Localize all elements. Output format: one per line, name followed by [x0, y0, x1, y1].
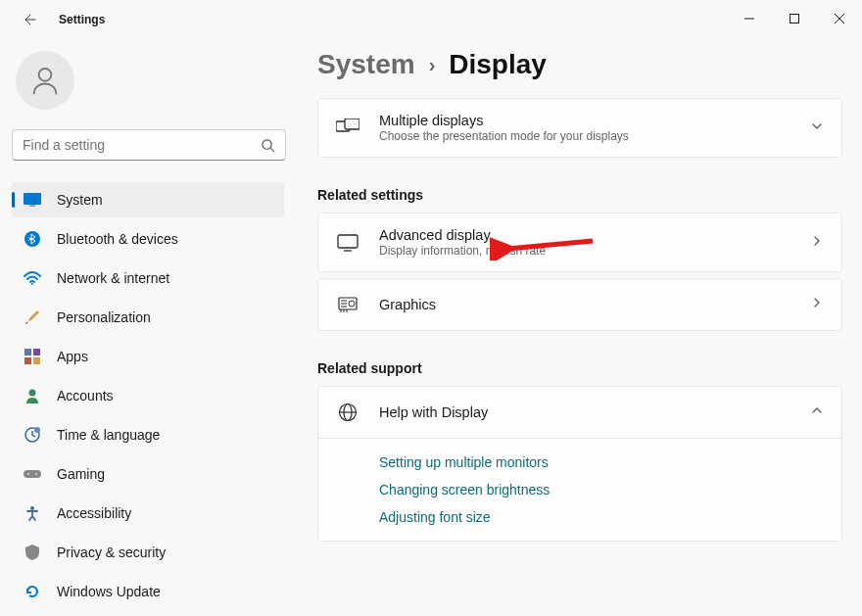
- sidebar-item-label: Accessibility: [57, 505, 131, 521]
- search-input[interactable]: [23, 137, 261, 153]
- svg-point-13: [29, 390, 36, 397]
- displays-icon: [336, 117, 359, 140]
- svg-rect-5: [24, 193, 41, 205]
- monitor-icon: [24, 191, 41, 209]
- clock-icon: [24, 426, 41, 444]
- svg-rect-12: [33, 357, 40, 364]
- svg-rect-22: [338, 235, 358, 248]
- card-subtitle: Choose the presentation mode for your di…: [379, 129, 810, 143]
- bluetooth-icon: [24, 230, 41, 248]
- svg-point-25: [349, 301, 355, 307]
- card-title: Help with Display: [379, 404, 810, 420]
- svg-point-3: [263, 139, 271, 148]
- avatar[interactable]: [16, 51, 74, 110]
- help-link[interactable]: Changing screen brightness: [379, 482, 824, 498]
- sidebar-item-network[interactable]: Network & internet: [12, 261, 284, 296]
- svg-point-17: [27, 473, 29, 475]
- sidebar-item-update[interactable]: Windows Update: [12, 574, 284, 609]
- sidebar-item-label: Network & internet: [57, 270, 169, 286]
- svg-rect-9: [24, 349, 31, 355]
- sidebar-item-label: Gaming: [57, 466, 105, 482]
- advanced-display-card[interactable]: Advanced display Display information, re…: [317, 213, 842, 272]
- window-title: Settings: [59, 13, 105, 26]
- wifi-icon: [24, 269, 41, 287]
- person-icon: [28, 64, 62, 97]
- sidebar-item-bluetooth[interactable]: Bluetooth & devices: [12, 221, 284, 257]
- accessibility-icon: [24, 504, 41, 522]
- sidebar-item-label: Bluetooth & devices: [57, 231, 178, 247]
- svg-point-2: [39, 69, 52, 81]
- sidebar-item-accounts[interactable]: Accounts: [12, 378, 284, 413]
- breadcrumb-current: Display: [449, 49, 547, 80]
- card-subtitle: Display information, refresh rate: [379, 244, 810, 258]
- search-box[interactable]: [12, 129, 286, 161]
- person-icon: [24, 387, 41, 404]
- brush-icon: [24, 308, 41, 326]
- svg-point-8: [31, 283, 33, 285]
- sidebar-item-label: Apps: [57, 349, 88, 364]
- svg-point-19: [30, 506, 34, 510]
- svg-rect-10: [33, 349, 40, 355]
- sidebar-item-label: Privacy & security: [57, 545, 166, 560]
- gpu-icon: [336, 293, 359, 316]
- sidebar-item-label: Time & language: [57, 427, 160, 443]
- sidebar-item-gaming[interactable]: Gaming: [12, 456, 284, 492]
- sidebar-item-label: Personalization: [57, 309, 151, 325]
- close-icon: [835, 14, 844, 24]
- sidebar-item-label: System: [57, 192, 103, 208]
- globe-icon: [336, 401, 359, 424]
- minimize-icon: [744, 14, 754, 24]
- svg-point-18: [35, 473, 37, 475]
- update-icon: [24, 583, 41, 600]
- sidebar-item-accessibility[interactable]: Accessibility: [12, 496, 284, 531]
- chevron-right-icon: ›: [429, 54, 436, 76]
- back-button[interactable]: [12, 2, 47, 37]
- sidebar-item-personalization[interactable]: Personalization: [12, 300, 284, 335]
- card-title: Multiple displays: [379, 113, 810, 128]
- shield-icon: [24, 544, 41, 561]
- sidebar-item-label: Accounts: [57, 388, 114, 403]
- monitor-outline-icon: [336, 231, 359, 255]
- gamepad-icon: [24, 465, 41, 483]
- main-content: System › Display Multiple displays Choos…: [294, 39, 862, 616]
- titlebar: Settings: [0, 0, 862, 39]
- graphics-card[interactable]: Graphics: [317, 278, 842, 331]
- breadcrumb: System › Display: [317, 49, 842, 80]
- minimize-button[interactable]: [727, 0, 772, 37]
- sidebar-item-label: Windows Update: [57, 584, 161, 599]
- sidebar: System Bluetooth & devices Network & int…: [0, 39, 294, 616]
- help-header[interactable]: Help with Display: [318, 387, 841, 438]
- multiple-displays-card[interactable]: Multiple displays Choose the presentatio…: [317, 98, 842, 158]
- section-header-related-support: Related support: [317, 360, 842, 376]
- section-header-related-settings: Related settings: [317, 187, 842, 203]
- chevron-up-icon: [810, 403, 824, 421]
- svg-point-15: [34, 427, 40, 433]
- svg-rect-1: [790, 15, 799, 24]
- svg-rect-21: [345, 118, 359, 129]
- svg-rect-11: [24, 357, 31, 364]
- arrow-left-icon: [22, 12, 37, 27]
- sidebar-item-apps[interactable]: Apps: [12, 339, 284, 374]
- chevron-right-icon: [810, 296, 824, 313]
- card-title: Graphics: [379, 297, 810, 312]
- help-link[interactable]: Setting up multiple monitors: [379, 454, 824, 470]
- breadcrumb-parent[interactable]: System: [317, 49, 415, 80]
- help-links: Setting up multiple monitors Changing sc…: [318, 438, 841, 541]
- help-link[interactable]: Adjusting font size: [379, 509, 824, 525]
- card-title: Advanced display: [379, 227, 810, 243]
- search-icon: [261, 138, 275, 153]
- sidebar-item-privacy[interactable]: Privacy & security: [12, 535, 284, 570]
- nav-list: System Bluetooth & devices Network & int…: [12, 182, 284, 609]
- sidebar-item-system[interactable]: System: [12, 182, 284, 217]
- window-controls: [727, 0, 862, 37]
- maximize-button[interactable]: [772, 0, 817, 37]
- sidebar-item-time[interactable]: Time & language: [12, 417, 284, 452]
- chevron-right-icon: [810, 234, 824, 252]
- help-card: Help with Display Setting up multiple mo…: [317, 386, 842, 542]
- svg-line-4: [270, 148, 274, 152]
- close-button[interactable]: [817, 0, 862, 37]
- maximize-icon: [790, 14, 799, 24]
- svg-rect-16: [24, 470, 41, 478]
- chevron-down-icon: [810, 119, 824, 137]
- grid-icon: [24, 348, 41, 365]
